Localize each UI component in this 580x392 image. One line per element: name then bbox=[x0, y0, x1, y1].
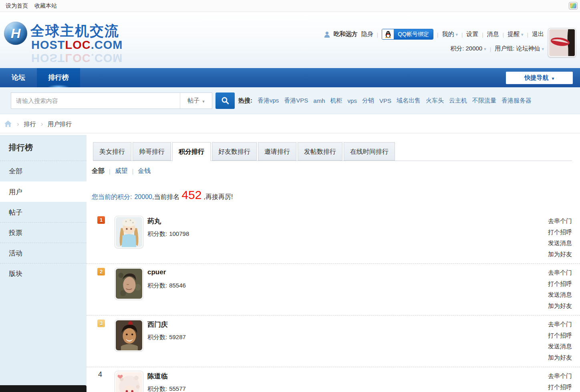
header-avatar[interactable] bbox=[548, 28, 576, 57]
sidebar-item-users[interactable]: 用户 bbox=[0, 181, 87, 202]
usergroup-dropdown[interactable]: 用户组: 论坛神仙 bbox=[495, 45, 544, 52]
score-dropdown[interactable]: 积分: 20000 bbox=[450, 45, 486, 52]
divider bbox=[490, 45, 491, 52]
ranking-sidebar: 排行榜 全部 用户 帖子 投票 活动 版块 bbox=[0, 135, 87, 392]
avatar-image bbox=[116, 217, 142, 247]
set-home-link[interactable]: 设为首页 bbox=[6, 2, 28, 10]
username-link[interactable]: cpuer bbox=[147, 268, 166, 276]
tab-beauty-ranking[interactable]: 美女排行 bbox=[93, 142, 131, 161]
divider bbox=[461, 31, 463, 38]
nav-tab-forum[interactable]: 论坛 bbox=[4, 68, 33, 87]
chevron-down-icon bbox=[552, 74, 554, 81]
send-message-link[interactable]: 发送消息 bbox=[548, 237, 572, 249]
visit-space-link[interactable]: 去串个门 bbox=[548, 267, 572, 278]
menu-notices[interactable]: 提醒 bbox=[507, 30, 524, 38]
avatar-image bbox=[116, 269, 142, 299]
qq-penguin-icon bbox=[385, 31, 391, 38]
user-avatar[interactable] bbox=[115, 319, 143, 352]
menu-settings[interactable]: 设置 bbox=[466, 30, 478, 38]
home-icon[interactable] bbox=[4, 120, 12, 129]
search-input[interactable] bbox=[11, 93, 180, 109]
hot-search-link[interactable]: 香港vps bbox=[258, 97, 279, 105]
sidebar-item-activities[interactable]: 活动 bbox=[0, 243, 87, 263]
username-link[interactable]: 药丸 bbox=[147, 217, 161, 226]
site-logo[interactable]: 全球主机交流 HOSTLOC.COM HOSTLOC.COM bbox=[3, 19, 159, 66]
hot-search-link[interactable]: VPS bbox=[379, 97, 391, 104]
sidebar-item-polls[interactable]: 投票 bbox=[0, 222, 87, 243]
say-hi-link[interactable]: 打个招呼 bbox=[548, 227, 572, 238]
tab-posts-ranking[interactable]: 发帖数排行 bbox=[298, 142, 342, 161]
credit-filters: 全部 威望 金钱 bbox=[92, 167, 151, 175]
hot-search: 热搜: 香港vps 香港VPS amh 机柜 vps 分销 VPS 域名出售 火… bbox=[238, 87, 532, 114]
bookmark-link[interactable]: 收藏本站 bbox=[34, 2, 57, 10]
filter-all[interactable]: 全部 bbox=[92, 167, 105, 175]
sidebar-item-all[interactable]: 全部 bbox=[0, 161, 87, 181]
add-friend-link[interactable]: 加为好友 bbox=[548, 352, 572, 363]
current-rank-number: 452 bbox=[179, 189, 203, 201]
tab-friends-ranking[interactable]: 好友数排行 bbox=[212, 142, 257, 161]
rank-badge-2: 2 bbox=[97, 268, 105, 275]
send-message-link[interactable]: 发送消息 bbox=[548, 289, 572, 300]
ranking-row-1: 1 药丸 积分数:100798 去串个门 打个招呼 发送消息 bbox=[87, 212, 580, 264]
hot-search-link[interactable]: 分销 bbox=[362, 97, 374, 105]
hot-search-link[interactable]: 火车头 bbox=[426, 97, 444, 105]
main-navbar: 论坛 排行榜 快捷导航 bbox=[0, 68, 580, 87]
sidebar-item-forums[interactable]: 版块 bbox=[0, 263, 87, 283]
visit-space-link[interactable]: 去串个门 bbox=[548, 215, 572, 227]
sidebar-item-posts[interactable]: 帖子 bbox=[0, 202, 87, 222]
hot-search-link[interactable]: 机柜 bbox=[330, 97, 342, 105]
divider bbox=[503, 31, 504, 38]
visit-space-link[interactable]: 去串个门 bbox=[548, 319, 572, 330]
hot-search-link[interactable]: 域名出售 bbox=[397, 97, 421, 105]
add-friend-link[interactable]: 加为好友 bbox=[548, 300, 572, 312]
menu-my[interactable]: 我的 bbox=[442, 30, 458, 38]
row-actions: 去串个门 打个招呼 发送消息 加为好友 bbox=[548, 267, 572, 311]
user-avatar[interactable] bbox=[115, 216, 143, 248]
hot-search-link[interactable]: 香港服务器 bbox=[501, 97, 532, 105]
send-message-link[interactable]: 发送消息 bbox=[548, 341, 572, 352]
ranking-row-4: 4 陈道临 积分数:55577 去串个门 打个招呼 发送消息 加为好友 bbox=[87, 367, 580, 392]
visit-space-link[interactable]: 去串个门 bbox=[548, 370, 572, 382]
username-link[interactable]: 陈道临 bbox=[147, 372, 168, 381]
add-friend-link[interactable]: 加为好友 bbox=[548, 249, 572, 260]
row-actions: 去串个门 打个招呼 发送消息 加为好友 bbox=[548, 319, 572, 363]
notice-score-value: 20000 bbox=[134, 193, 152, 201]
breadcrumb-separator bbox=[17, 120, 19, 128]
user-avatar[interactable] bbox=[115, 267, 143, 300]
current-rank-notice: 您当前的积分: 20000 ,当前排名 452 ,再接再厉! bbox=[92, 189, 233, 201]
theme-switcher-icon[interactable] bbox=[569, 2, 578, 10]
say-hi-link[interactable]: 打个招呼 bbox=[548, 382, 572, 392]
hot-search-link[interactable]: vps bbox=[348, 97, 357, 104]
hot-search-link[interactable]: amh bbox=[313, 97, 325, 104]
tab-credit-ranking[interactable]: 积分排行 bbox=[172, 142, 211, 161]
say-hi-link[interactable]: 打个招呼 bbox=[548, 278, 572, 289]
user-score: 积分数:85546 bbox=[147, 282, 186, 289]
notice-mid-text: ,当前排名 bbox=[152, 193, 179, 201]
tab-invite-ranking[interactable]: 邀请排行 bbox=[258, 142, 296, 161]
visibility-status[interactable]: 隐身 bbox=[361, 30, 373, 38]
menu-logout[interactable]: 退出 bbox=[532, 30, 544, 38]
hot-search-link[interactable]: 云主机 bbox=[449, 97, 467, 105]
menu-messages[interactable]: 消息 bbox=[487, 30, 499, 38]
hot-search-link[interactable]: 不限流量 bbox=[472, 97, 496, 105]
search-icon bbox=[221, 96, 230, 105]
tab-online-time-ranking[interactable]: 在线时间排行 bbox=[344, 142, 395, 161]
filter-money[interactable]: 金钱 bbox=[138, 167, 151, 175]
notice-score-label: 您当前的积分: bbox=[92, 193, 132, 201]
row-actions: 去串个门 打个招呼 发送消息 加为好友 bbox=[548, 215, 572, 259]
tab-handsome-ranking[interactable]: 帅哥排行 bbox=[133, 142, 171, 161]
username-link[interactable]: 西门庆 bbox=[147, 320, 168, 329]
qq-bind-button[interactable]: QQ帐号绑定 bbox=[382, 29, 433, 40]
breadcrumb-ranking[interactable]: 排行 bbox=[24, 121, 36, 128]
user-avatar[interactable] bbox=[115, 371, 143, 392]
search-button[interactable] bbox=[215, 92, 235, 109]
rank-badge-1: 1 bbox=[97, 216, 105, 224]
search-type-select[interactable]: 帖子 bbox=[180, 93, 212, 109]
say-hi-link[interactable]: 打个招呼 bbox=[548, 330, 572, 341]
nav-tab-ranking[interactable]: 排行榜 bbox=[37, 68, 80, 87]
current-username[interactable]: 吃和远方 bbox=[334, 30, 358, 38]
breadcrumb-separator bbox=[41, 120, 43, 128]
filter-prestige[interactable]: 威望 bbox=[115, 167, 128, 175]
hot-search-link[interactable]: 香港VPS bbox=[284, 97, 308, 105]
quick-nav-button[interactable]: 快捷导航 bbox=[506, 72, 573, 84]
